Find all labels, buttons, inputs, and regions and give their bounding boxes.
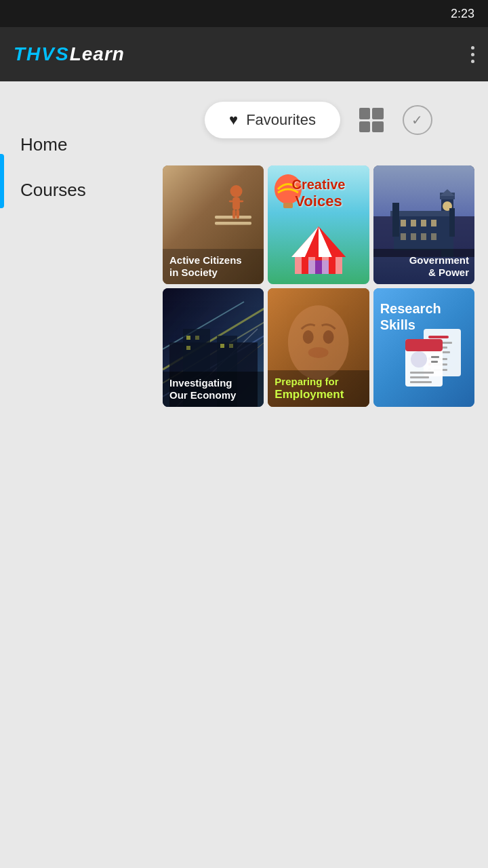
course-card-creative-voices[interactable]: CreativeVoices: [268, 165, 369, 284]
sidebar-item-courses[interactable]: Courses: [0, 167, 156, 213]
course-grid: Active Citizensin Society: [163, 165, 474, 407]
logo-thvs: THVS: [14, 43, 70, 65]
menu-button[interactable]: [471, 46, 474, 63]
course-card-government-power[interactable]: Government& Power: [373, 165, 474, 284]
svg-point-55: [308, 347, 329, 358]
svg-rect-27: [390, 211, 451, 216]
card-label: Active Citizensin Society: [163, 249, 264, 284]
svg-point-53: [303, 330, 314, 344]
svg-point-2: [230, 185, 243, 197]
svg-rect-47: [186, 336, 190, 340]
sidebar-courses-label: Courses: [20, 180, 86, 200]
svg-rect-72: [410, 372, 434, 374]
main-area: ♥ Favourites ✓: [156, 81, 488, 868]
svg-rect-16: [308, 257, 315, 274]
status-bar: 2:23: [0, 0, 488, 27]
card-label: ResearchSkills: [373, 295, 474, 338]
svg-rect-28: [401, 220, 406, 226]
svg-rect-73: [410, 376, 429, 378]
app-header: THVS Learn: [0, 27, 488, 81]
svg-rect-3: [232, 197, 240, 210]
sidebar: Home Courses: [0, 81, 156, 868]
svg-rect-18: [336, 257, 342, 274]
heart-icon: ♥: [229, 111, 238, 129]
svg-rect-7: [237, 210, 240, 219]
svg-rect-36: [392, 203, 399, 237]
svg-rect-26: [394, 213, 448, 250]
svg-rect-32: [401, 233, 406, 240]
svg-rect-4: [229, 201, 234, 203]
course-card-economy[interactable]: InvestigatingOur Economy: [163, 288, 264, 407]
svg-rect-31: [431, 220, 436, 226]
svg-rect-34: [421, 233, 426, 240]
favourites-button[interactable]: ♥ Favourites: [205, 102, 340, 138]
svg-rect-29: [411, 220, 416, 226]
svg-rect-6: [232, 210, 236, 219]
svg-point-69: [411, 351, 427, 368]
svg-rect-35: [431, 233, 436, 240]
svg-rect-5: [239, 201, 243, 203]
svg-rect-50: [220, 344, 224, 348]
card-label: InvestigatingOur Economy: [163, 372, 264, 407]
svg-rect-70: [431, 356, 439, 358]
status-time: 2:23: [451, 7, 474, 21]
parliament-illustration: [373, 189, 474, 257]
course-card-research[interactable]: ResearchSkills: [373, 288, 474, 407]
svg-rect-33: [411, 233, 416, 240]
sidebar-item-home[interactable]: Home: [0, 122, 156, 167]
svg-rect-51: [229, 344, 233, 348]
menu-dot: [471, 53, 474, 56]
svg-rect-17: [322, 257, 329, 274]
card-label: Government& Power: [373, 249, 474, 284]
svg-rect-1: [215, 222, 251, 225]
svg-rect-37: [449, 208, 455, 237]
card-label: Preparing forEmployment: [268, 370, 369, 407]
sidebar-home-label: Home: [20, 134, 67, 155]
menu-dot: [471, 60, 474, 63]
card-label: CreativeVoices: [268, 171, 369, 216]
course-card-active-citizens[interactable]: Active Citizensin Society: [163, 165, 264, 284]
active-citizens-illustration: [209, 179, 257, 240]
course-card-employment[interactable]: Preparing forEmployment: [268, 288, 369, 407]
circus-tent-illustration: [288, 223, 349, 277]
verify-icon: ✓: [411, 112, 423, 128]
qr-icon: [359, 108, 384, 132]
favourites-label: Favourites: [246, 111, 316, 129]
svg-rect-30: [421, 220, 426, 226]
app-logo: THVS Learn: [14, 43, 125, 65]
svg-rect-15: [295, 257, 302, 274]
top-bar: ♥ Favourites ✓: [163, 95, 474, 145]
sidebar-active-indicator: [0, 154, 4, 208]
menu-dot: [471, 46, 474, 50]
verify-button[interactable]: ✓: [403, 105, 432, 135]
qr-button[interactable]: [354, 102, 389, 138]
svg-point-52: [288, 305, 349, 380]
svg-rect-68: [405, 339, 443, 351]
svg-rect-74: [410, 381, 432, 383]
logo-learn: Learn: [70, 43, 125, 65]
svg-rect-48: [195, 336, 199, 340]
svg-point-54: [323, 330, 334, 344]
svg-rect-49: [186, 346, 190, 350]
main-content: Home Courses ♥ Favourites ✓: [0, 81, 488, 868]
svg-rect-71: [431, 361, 438, 363]
